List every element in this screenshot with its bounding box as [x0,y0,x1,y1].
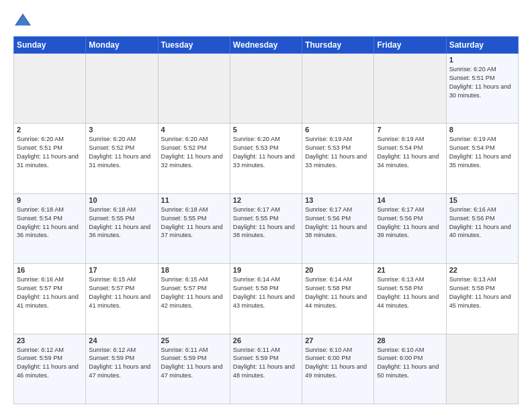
week-row-2: 9 Sunrise: 6:18 AMSunset: 5:54 PMDayligh… [14,193,519,263]
calendar-cell-3-4: 20 Sunrise: 6:14 AMSunset: 5:58 PMDaylig… [302,264,374,334]
calendar-cell-3-5: 21 Sunrise: 6:13 AMSunset: 5:58 PMDaylig… [374,264,446,334]
day-info: Sunrise: 6:16 AMSunset: 5:57 PMDaylight:… [17,276,79,309]
calendar-cell-2-3: 12 Sunrise: 6:17 AMSunset: 5:55 PMDaylig… [230,193,302,263]
page: SundayMondayTuesdayWednesdayThursdayFrid… [0,0,532,411]
calendar-cell-2-5: 14 Sunrise: 6:17 AMSunset: 5:56 PMDaylig… [374,193,446,263]
calendar-cell-1-4: 6 Sunrise: 6:19 AMSunset: 5:53 PMDayligh… [302,124,374,193]
calendar-cell-4-1: 24 Sunrise: 6:12 AMSunset: 5:59 PMDaylig… [86,334,158,404]
day-info: Sunrise: 6:10 AMSunset: 6:00 PMDaylight:… [377,347,439,379]
calendar-cell-0-6: 1 Sunrise: 6:20 AMSunset: 5:51 PMDayligh… [446,54,518,124]
day-info: Sunrise: 6:17 AMSunset: 5:56 PMDaylight:… [305,206,367,239]
day-number: 19 [233,266,299,274]
day-number: 15 [449,196,515,204]
day-number: 10 [89,196,154,204]
day-number: 8 [449,126,515,134]
calendar-cell-1-3: 5 Sunrise: 6:20 AMSunset: 5:53 PMDayligh… [230,124,302,193]
day-info: Sunrise: 6:20 AMSunset: 5:51 PMDaylight:… [17,136,79,169]
calendar-table: SundayMondayTuesdayWednesdayThursdayFrid… [13,36,519,404]
calendar-cell-4-3: 26 Sunrise: 6:11 AMSunset: 5:59 PMDaylig… [230,334,302,404]
calendar-cell-1-5: 7 Sunrise: 6:19 AMSunset: 5:54 PMDayligh… [374,124,446,193]
day-number: 16 [17,266,83,274]
weekday-header-thursday: Thursday [302,37,374,54]
day-number: 26 [233,336,299,345]
week-row-1: 2 Sunrise: 6:20 AMSunset: 5:51 PMDayligh… [14,124,519,193]
calendar-cell-4-6 [446,334,518,404]
logo-icon [13,12,32,31]
calendar-cell-4-5: 28 Sunrise: 6:10 AMSunset: 6:00 PMDaylig… [374,334,446,404]
day-info: Sunrise: 6:20 AMSunset: 5:51 PMDaylight:… [449,66,511,99]
calendar-cell-0-0 [14,54,86,124]
calendar-cell-0-5 [374,54,446,124]
calendar-cell-2-4: 13 Sunrise: 6:17 AMSunset: 5:56 PMDaylig… [302,193,374,263]
day-info: Sunrise: 6:14 AMSunset: 5:58 PMDaylight:… [233,276,295,309]
day-info: Sunrise: 6:10 AMSunset: 6:00 PMDaylight:… [305,347,367,379]
calendar-cell-0-1 [86,54,158,124]
weekday-header-wednesday: Wednesday [230,37,302,54]
day-info: Sunrise: 6:15 AMSunset: 5:57 PMDaylight:… [161,276,223,309]
day-info: Sunrise: 6:14 AMSunset: 5:58 PMDaylight:… [305,276,367,309]
day-number: 18 [161,266,227,274]
calendar-cell-1-6: 8 Sunrise: 6:19 AMSunset: 5:54 PMDayligh… [446,124,518,193]
calendar-cell-1-0: 2 Sunrise: 6:20 AMSunset: 5:51 PMDayligh… [14,124,86,193]
weekday-header-row: SundayMondayTuesdayWednesdayThursdayFrid… [14,37,519,54]
day-info: Sunrise: 6:15 AMSunset: 5:57 PMDaylight:… [89,276,150,309]
day-number: 20 [305,266,371,274]
week-row-4: 23 Sunrise: 6:12 AMSunset: 5:59 PMDaylig… [14,334,519,404]
day-number: 5 [233,126,299,134]
day-info: Sunrise: 6:19 AMSunset: 5:54 PMDaylight:… [449,136,511,169]
day-number: 28 [377,336,443,345]
calendar-cell-4-0: 23 Sunrise: 6:12 AMSunset: 5:59 PMDaylig… [14,334,86,404]
day-number: 22 [449,266,515,274]
day-info: Sunrise: 6:18 AMSunset: 5:55 PMDaylight:… [89,206,150,239]
calendar-cell-2-0: 9 Sunrise: 6:18 AMSunset: 5:54 PMDayligh… [14,193,86,263]
day-info: Sunrise: 6:17 AMSunset: 5:55 PMDaylight:… [233,206,295,239]
day-info: Sunrise: 6:18 AMSunset: 5:55 PMDaylight:… [161,206,223,239]
day-info: Sunrise: 6:16 AMSunset: 5:56 PMDaylight:… [449,206,511,239]
day-number: 13 [305,196,371,204]
weekday-header-friday: Friday [374,37,446,54]
day-info: Sunrise: 6:13 AMSunset: 5:58 PMDaylight:… [449,276,511,309]
calendar-cell-0-2 [158,54,230,124]
day-info: Sunrise: 6:19 AMSunset: 5:54 PMDaylight:… [377,136,439,169]
day-number: 25 [161,336,227,345]
day-number: 6 [305,126,371,134]
calendar-cell-4-4: 27 Sunrise: 6:10 AMSunset: 6:00 PMDaylig… [302,334,374,404]
calendar-cell-0-3 [230,54,302,124]
day-info: Sunrise: 6:11 AMSunset: 5:59 PMDaylight:… [233,347,295,379]
day-number: 27 [305,336,371,345]
weekday-header-sunday: Sunday [14,37,86,54]
day-number: 9 [17,196,83,204]
logo [13,12,34,31]
day-number: 12 [233,196,299,204]
day-info: Sunrise: 6:11 AMSunset: 5:59 PMDaylight:… [161,347,223,379]
day-info: Sunrise: 6:12 AMSunset: 5:59 PMDaylight:… [89,347,150,379]
day-number: 21 [377,266,443,274]
calendar-cell-3-2: 18 Sunrise: 6:15 AMSunset: 5:57 PMDaylig… [158,264,230,334]
calendar-cell-3-6: 22 Sunrise: 6:13 AMSunset: 5:58 PMDaylig… [446,264,518,334]
day-number: 1 [449,56,515,64]
calendar-cell-0-4 [302,54,374,124]
calendar-cell-3-1: 17 Sunrise: 6:15 AMSunset: 5:57 PMDaylig… [86,264,158,334]
day-number: 14 [377,196,443,204]
day-info: Sunrise: 6:19 AMSunset: 5:53 PMDaylight:… [305,136,367,169]
weekday-header-saturday: Saturday [446,37,518,54]
header [13,12,519,31]
calendar-cell-4-2: 25 Sunrise: 6:11 AMSunset: 5:59 PMDaylig… [158,334,230,404]
day-number: 17 [89,266,154,274]
day-number: 24 [89,336,154,345]
day-info: Sunrise: 6:13 AMSunset: 5:58 PMDaylight:… [377,276,439,309]
day-info: Sunrise: 6:20 AMSunset: 5:53 PMDaylight:… [233,136,295,169]
week-row-3: 16 Sunrise: 6:16 AMSunset: 5:57 PMDaylig… [14,264,519,334]
day-info: Sunrise: 6:17 AMSunset: 5:56 PMDaylight:… [377,206,439,239]
day-info: Sunrise: 6:20 AMSunset: 5:52 PMDaylight:… [89,136,150,169]
day-info: Sunrise: 6:20 AMSunset: 5:52 PMDaylight:… [161,136,223,169]
day-info: Sunrise: 6:18 AMSunset: 5:54 PMDaylight:… [17,206,79,239]
day-number: 11 [161,196,227,204]
day-number: 23 [17,336,83,345]
day-info: Sunrise: 6:12 AMSunset: 5:59 PMDaylight:… [17,347,79,379]
day-number: 7 [377,126,443,134]
calendar-cell-2-1: 10 Sunrise: 6:18 AMSunset: 5:55 PMDaylig… [86,193,158,263]
week-row-0: 1 Sunrise: 6:20 AMSunset: 5:51 PMDayligh… [14,54,519,124]
day-number: 4 [161,126,227,134]
calendar-cell-3-0: 16 Sunrise: 6:16 AMSunset: 5:57 PMDaylig… [14,264,86,334]
